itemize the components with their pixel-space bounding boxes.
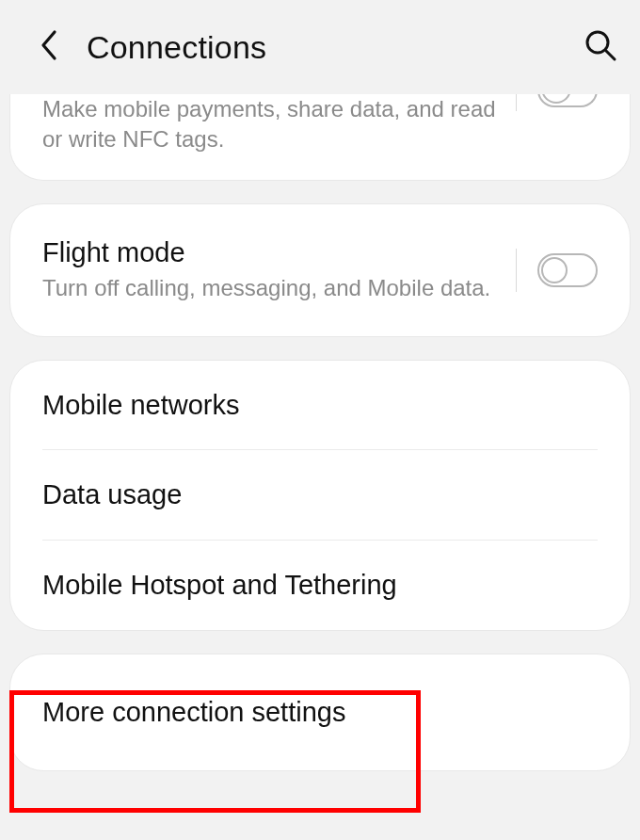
flight-mode-card: Flight mode Turn off calling, messaging,… (9, 203, 631, 336)
divider-vertical (516, 94, 517, 111)
search-icon[interactable] (584, 28, 617, 66)
more-connection-settings-label: More connection settings (42, 696, 598, 729)
svg-point-0 (587, 32, 608, 53)
list-item-label: Data usage (42, 478, 598, 511)
flight-mode-title: Flight mode (42, 236, 516, 269)
mobile-networks-row[interactable]: Mobile networks (10, 361, 630, 450)
svg-line-1 (606, 51, 615, 59)
page-title: Connections (87, 29, 266, 66)
back-icon[interactable] (38, 28, 58, 66)
more-connection-settings-row[interactable]: More connection settings (10, 654, 630, 770)
annotation-arrow (0, 794, 640, 840)
hotspot-tethering-row[interactable]: Mobile Hotspot and Tethering (10, 541, 630, 630)
more-connection-settings-card: More connection settings (9, 654, 631, 771)
network-group-card: Mobile networks Data usage Mobile Hotspo… (9, 360, 631, 631)
list-item-label: Mobile Hotspot and Tethering (42, 569, 598, 602)
divider-vertical (516, 249, 517, 292)
nfc-toggle[interactable] (537, 94, 598, 107)
flight-mode-row[interactable]: Flight mode Turn off calling, messaging,… (10, 204, 630, 335)
header: Connections (0, 0, 640, 94)
nfc-subtitle: Make mobile payments, share data, and re… (42, 94, 516, 153)
nfc-card: Make mobile payments, share data, and re… (9, 94, 631, 181)
flight-mode-subtitle: Turn off calling, messaging, and Mobile … (42, 273, 516, 303)
list-item-label: Mobile networks (42, 389, 598, 422)
nfc-row[interactable]: Make mobile payments, share data, and re… (10, 94, 630, 180)
data-usage-row[interactable]: Data usage (10, 450, 630, 540)
header-left: Connections (38, 28, 266, 66)
flight-mode-toggle[interactable] (537, 253, 598, 287)
